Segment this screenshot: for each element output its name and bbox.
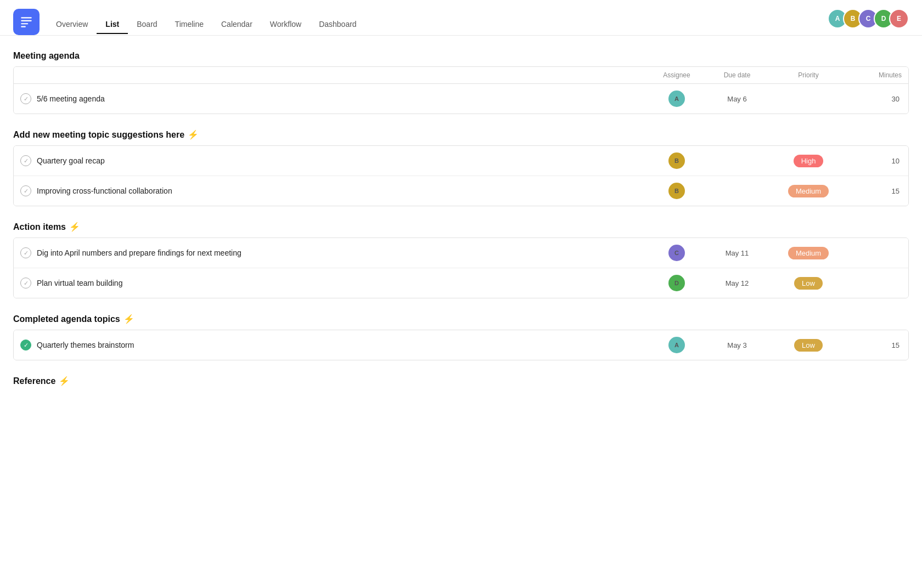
minutes-cell: 10	[847, 157, 902, 165]
assignee-cell: B	[649, 152, 704, 169]
assignee-cell: C	[649, 245, 704, 261]
section-title-meeting-agenda: Meeting agenda	[13, 51, 909, 61]
due-date: May 12	[704, 279, 770, 287]
svg-rect-0	[21, 17, 32, 18]
check-icon[interactable]: ✓	[20, 155, 31, 166]
table-header: AssigneeDue datePriorityMinutes	[14, 67, 908, 84]
avatar: B	[668, 152, 685, 169]
assignee-cell: B	[649, 183, 704, 199]
task-name: Quarterly themes brainstorm	[37, 341, 134, 349]
task-row[interactable]: ✓Improving cross-functional collaboratio…	[14, 176, 908, 206]
minutes-cell: 15	[847, 187, 902, 195]
priority-badge: Low	[794, 277, 823, 290]
tab-calendar[interactable]: Calendar	[212, 15, 261, 34]
task-row[interactable]: ✓Quarterly themes brainstormAMay 3Low15	[14, 330, 908, 360]
check-icon[interactable]: ✓	[20, 340, 31, 350]
task-name: Dig into April numbers and prepare findi…	[37, 248, 241, 257]
main-content: Meeting agendaAssigneeDue datePriorityMi…	[0, 36, 922, 417]
task-name-cell: ✓Plan virtual team building	[20, 278, 649, 289]
priority-cell: Low	[770, 339, 847, 352]
priority-badge: High	[794, 155, 824, 167]
task-table-completed-topics: ✓Quarterly themes brainstormAMay 3Low15	[13, 330, 909, 360]
priority-badge: Medium	[788, 247, 829, 259]
col-header-4: Minutes	[847, 71, 902, 79]
check-icon[interactable]: ✓	[20, 247, 31, 258]
minutes-cell: 30	[847, 95, 902, 103]
lightning-icon: ⚡	[188, 129, 199, 140]
section-meeting-agenda: Meeting agendaAssigneeDue datePriorityMi…	[13, 51, 909, 114]
task-name-cell: ✓Quarterly themes brainstorm	[20, 340, 649, 350]
header-title-area: OverviewListBoardTimelineCalendarWorkflo…	[47, 11, 366, 33]
section-reference: Reference ⚡	[13, 376, 909, 386]
task-row[interactable]: ✓Dig into April numbers and prepare find…	[14, 238, 908, 268]
col-header-2: Due date	[704, 71, 770, 79]
task-name-cell: ✓5/6 meeting agenda	[20, 93, 649, 104]
assignee-cell: D	[649, 275, 704, 291]
priority-badge: Low	[794, 339, 823, 352]
tab-board[interactable]: Board	[128, 15, 166, 34]
task-row[interactable]: ✓Plan virtual team buildingDMay 12Low	[14, 268, 908, 298]
svg-rect-1	[21, 20, 32, 21]
priority-cell: Low	[770, 277, 847, 290]
header: OverviewListBoardTimelineCalendarWorkflo…	[0, 0, 922, 36]
task-name: Quartery goal recap	[37, 156, 105, 165]
due-date: May 11	[704, 249, 770, 257]
task-name: Plan virtual team building	[37, 279, 122, 287]
section-title-completed-topics: Completed agenda topics ⚡	[13, 314, 909, 324]
task-table-meeting-agenda: AssigneeDue datePriorityMinutes✓5/6 meet…	[13, 66, 909, 114]
task-table-action-items: ✓Dig into April numbers and prepare find…	[13, 238, 909, 298]
tab-dashboard[interactable]: Dashboard	[310, 15, 366, 34]
avatar: A	[668, 337, 685, 353]
priority-badge: Medium	[788, 185, 829, 197]
avatar: C	[668, 245, 685, 261]
minutes-cell: 15	[847, 341, 902, 349]
lightning-icon: ⚡	[59, 376, 70, 386]
avatar: D	[668, 275, 685, 291]
assignee-cell: A	[649, 337, 704, 353]
task-row[interactable]: ✓5/6 meeting agendaAMay 630	[14, 84, 908, 114]
task-name: Improving cross-functional collaboration	[37, 186, 172, 195]
tab-timeline[interactable]: Timeline	[166, 15, 212, 34]
task-name: 5/6 meeting agenda	[37, 94, 105, 103]
task-table-new-topics: ✓Quartery goal recapBHigh10✓Improving cr…	[13, 145, 909, 206]
due-date: May 6	[704, 95, 770, 103]
priority-cell: Medium	[770, 185, 847, 197]
task-name-cell: ✓Improving cross-functional collaboratio…	[20, 185, 649, 196]
col-header-1: Assignee	[649, 71, 704, 79]
section-title-reference: Reference ⚡	[13, 376, 909, 386]
header-avatar-4: E	[889, 9, 909, 29]
section-action-items: Action items ⚡✓Dig into April numbers an…	[13, 222, 909, 298]
lightning-icon: ⚡	[69, 222, 80, 232]
task-row[interactable]: ✓Quartery goal recapBHigh10	[14, 146, 908, 176]
svg-rect-3	[21, 26, 26, 27]
col-header-0	[20, 71, 649, 79]
section-title-new-topics: Add new meeting topic suggestions here ⚡	[13, 129, 909, 140]
header-avatars: ABCDE	[828, 9, 909, 29]
section-new-topics: Add new meeting topic suggestions here ⚡…	[13, 129, 909, 206]
section-title-action-items: Action items ⚡	[13, 222, 909, 232]
tab-list[interactable]: List	[97, 15, 128, 34]
svg-rect-2	[21, 23, 28, 24]
lightning-icon: ⚡	[123, 314, 134, 324]
nav-tabs: OverviewListBoardTimelineCalendarWorkflo…	[47, 15, 366, 33]
tab-overview[interactable]: Overview	[47, 15, 97, 34]
avatar: A	[668, 91, 685, 107]
priority-cell: High	[770, 155, 847, 167]
check-icon[interactable]: ✓	[20, 93, 31, 104]
col-header-3: Priority	[770, 71, 847, 79]
check-icon[interactable]: ✓	[20, 278, 31, 289]
due-date: May 3	[704, 341, 770, 349]
check-icon[interactable]: ✓	[20, 185, 31, 196]
section-completed-topics: Completed agenda topics ⚡✓Quarterly them…	[13, 314, 909, 360]
priority-cell: Medium	[770, 247, 847, 259]
app-icon	[13, 9, 40, 35]
avatar: B	[668, 183, 685, 199]
tab-workflow[interactable]: Workflow	[261, 15, 310, 34]
task-name-cell: ✓Dig into April numbers and prepare find…	[20, 247, 649, 258]
task-name-cell: ✓Quartery goal recap	[20, 155, 649, 166]
assignee-cell: A	[649, 91, 704, 107]
